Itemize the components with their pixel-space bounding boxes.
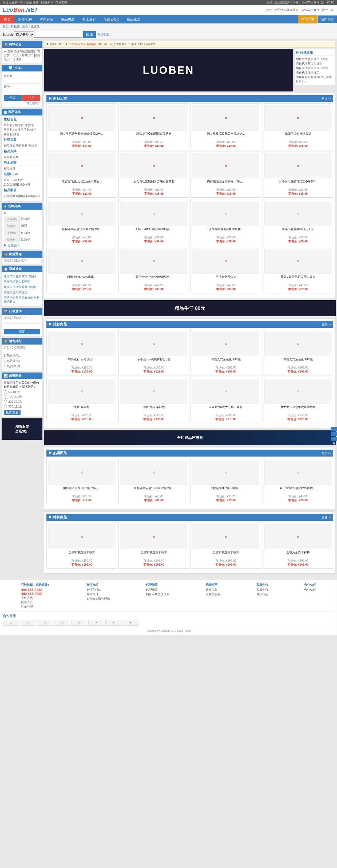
poll-radio-1[interactable] xyxy=(4,391,7,394)
jeans-banner-strip[interactable]: 精品牛仔 80元 xyxy=(44,300,336,316)
nav-bags[interactable]: 旗舰包包 xyxy=(14,16,36,24)
cat-storage[interactable]: 吸纳精品 xyxy=(28,194,40,198)
footer-agency-link[interactable]: 代理加盟 xyxy=(146,588,170,592)
order-query-input[interactable] xyxy=(4,323,40,328)
promo-notice-2[interactable]: 腾仕代理商加盟说明 xyxy=(296,61,334,66)
rec-product-2[interactable]: ✕ 美极品休闲帆帆时尚女包 市场价: ¥180.00零售价: ¥129.00 xyxy=(119,329,189,375)
order-query-link-top[interactable]: 订单查询 xyxy=(55,1,67,4)
brand-ordyen[interactable]: OrdYen 欧迪华 xyxy=(4,237,40,242)
hot-product-2[interactable]: ✕ 圆圆小碎花背心圆圈+木如镂... 市场价: ¥48.00零售价: ¥32.0… xyxy=(119,458,189,504)
promo-notice-3[interactable]: 如何申请销售通道代理商 xyxy=(296,66,334,70)
hot-products-more[interactable]: 更多>> xyxy=(322,451,331,455)
partner-5[interactable]: ✕ xyxy=(71,620,87,626)
rank-item-2[interactable]: 2商品排行2 xyxy=(4,359,40,364)
nav-home-goods[interactable]: 精品家居 xyxy=(123,16,144,24)
promo-notice-1[interactable]: 如何成为赛尔城市代理商 xyxy=(296,57,334,61)
password-input[interactable] xyxy=(4,89,40,94)
footer-service-center-link[interactable]: 客服中心 xyxy=(256,588,268,592)
nav-ego[interactable]: 名眼E-GO xyxy=(100,16,123,24)
brand-ebelle[interactable]: e-belle e-belle xyxy=(4,229,40,236)
register-link[interactable]: 注册 xyxy=(33,1,39,4)
hot-product-3[interactable]: ✕ 时尚小款HY386爆爆... 市场价: ¥38.30零售价: ¥25.50 xyxy=(190,458,261,504)
rec-product-8[interactable]: ✕ 魔女女式金色鱼虎肩两用包 市场价: ¥256.00零售价: ¥228.00 xyxy=(263,377,333,423)
cat-womens-straight[interactable]: 直筒裤 xyxy=(28,144,37,148)
rec-product-4[interactable]: ✕ 高端女式金色鱼叫肩包 市场价: ¥268.00零售价: ¥198.00 xyxy=(263,329,333,375)
special-product-4[interactable]: ✕ 全镶免金券卡裤拼 市场价: ¥399.00零售价: ¥166.00 xyxy=(263,522,333,568)
forgot-password-link[interactable]: 忘记密码？ xyxy=(4,102,40,105)
advanced-search[interactable]: 高级搜索 xyxy=(97,33,109,36)
search-input[interactable] xyxy=(34,32,82,38)
breadcrumb-home[interactable]: 首页 xyxy=(3,25,8,28)
footer-alipay-link[interactable]: 支付宝付款 xyxy=(87,588,110,592)
more-brands-link[interactable]: ▶ 更多品牌... xyxy=(4,244,22,247)
new-product-2[interactable]: ✕ 瑞蓝复花变幻圆摆家雪纺裙 市场价: ¥97.50零售价: ¥80.00 xyxy=(119,103,189,150)
cat-womens-coat[interactable]: 精美外套 xyxy=(4,144,16,148)
cat-handbag[interactable]: 手提包 xyxy=(25,123,34,127)
mall-center-link[interactable]: 购物中心 xyxy=(41,1,53,4)
footer-partners-link[interactable]: 合作伙伴 xyxy=(304,588,316,592)
side-btn-service[interactable]: 客 xyxy=(331,437,337,441)
footer-online-banking-link[interactable]: 网银支付 xyxy=(87,592,110,596)
side-btn-ancient[interactable]: 古 xyxy=(331,427,337,431)
cat-luggage[interactable]: 旅行箱 xyxy=(14,128,23,132)
new-products-more[interactable]: 更多>> xyxy=(322,97,331,101)
hot-product-1[interactable]: ✕ 胸前镶嵌画面排拼骨小背心... 市场价: ¥29.90零售价: ¥19.00 xyxy=(47,458,117,504)
notice-item-3[interactable]: 如何申请销售通道代理商 xyxy=(4,284,40,290)
new-product-4[interactable]: ✕ 蹦蹦下摆收腰碎摆裙 市场价: ¥50.00零售价: ¥26.00 xyxy=(263,103,333,150)
poll-radio-2[interactable] xyxy=(4,395,7,399)
new-product-13[interactable]: ✕ 时尚小款HY386爆爆... 市场价: ¥38.30零售价: ¥25.50 xyxy=(47,247,117,293)
footer-delivery-tool-link[interactable]: 配送工具 xyxy=(21,600,51,604)
promo-notice-5[interactable]: 腾店店销售月满3000分与腾仕给补... xyxy=(296,75,334,84)
login-link[interactable]: 登录 xyxy=(26,1,32,4)
footer-shopping-process-link[interactable]: 购物流程 xyxy=(206,588,220,592)
nav-brand-store[interactable]: 品牌专卖 xyxy=(317,15,337,24)
nav-womens[interactable]: 时尚女装 xyxy=(36,16,57,24)
special-product-2[interactable]: ✕ 全镶割散直筒卡裤算 市场价: ¥399.00零售价: ¥199.00 xyxy=(119,522,189,568)
cat-keychain[interactable]: 钥匙包/挂包 xyxy=(4,132,19,136)
breadcrumb-leather[interactable]: 皮心 xyxy=(22,25,28,28)
breadcrumb-tech[interactable]: 科技馆 xyxy=(11,25,20,28)
new-product-14[interactable]: ✕ 夏日蕾蕾结钢纱锁V领细吊... 市场价: ¥44.90零售价: ¥35.00 xyxy=(119,247,189,293)
cat-hand-wallet[interactable]: 手包/钱包 xyxy=(24,128,36,132)
rec-product-5[interactable]: ✕ 牛皮 草前包 市场价: ¥800.00零售价: ¥618.00 xyxy=(47,377,117,423)
nav-shoes[interactable]: 男士皮鞋 xyxy=(79,16,100,24)
new-product-5[interactable]: ✕ 可爱雪花浪女女款凸胸小背心... 市场价: ¥34.40零售价: ¥22.9… xyxy=(47,151,117,197)
notice-item-4[interactable]: 腾仕代理体系规定 xyxy=(4,290,40,295)
brand-goelia[interactable]: GOELIA 歌莉娅 xyxy=(4,216,40,222)
rec-product-6[interactable]: ✕ 潮款 百搭 草前包 市场价: ¥500.00零售价: ¥396.00 xyxy=(119,377,189,423)
recommend-products-more[interactable]: 更多>> xyxy=(322,322,331,327)
special-product-1[interactable]: ✕ 全镶割散直筒卡裤算 市场价: ¥399.00零售价: ¥199.00 xyxy=(47,522,117,568)
cat-crossbody[interactable]: 斜挎包 xyxy=(14,123,23,127)
new-product-16[interactable]: ✕ 显落V领蕾蕾花式雪纺揭裙 市场价: ¥46.00零售价: ¥29.00 xyxy=(263,247,333,293)
main-banner[interactable]: LUOBEN xyxy=(44,49,293,91)
announcement-link-1[interactable]: 主播精英馆拓展搜索订阅分类... xyxy=(68,42,109,45)
poll-vote-button[interactable]: 投票/查看 xyxy=(4,410,21,415)
rank-item-1[interactable]: 1商品排行1 xyxy=(4,353,40,359)
footer-agency-how-link[interactable]: 如何给加盟代理商 xyxy=(146,592,170,596)
search-button[interactable]: 搜 索 xyxy=(83,31,96,38)
full-store-banner[interactable]: 全店成品庄布折 xyxy=(44,430,336,445)
notice-item-2[interactable]: 腾仕代理商加盟说明 xyxy=(4,279,40,284)
poll-radio-3[interactable] xyxy=(4,400,7,403)
partner-7[interactable]: ✕ xyxy=(105,620,121,626)
special-product-3[interactable]: ✕ 全镶割散直筒卡裤算 市场价: ¥399.00零售价: ¥199.00 xyxy=(190,522,261,568)
rec-product-1[interactable]: ✕ 时尚流行 百搭 潮款... 市场价: ¥286.00零售价: ¥139.00 xyxy=(47,329,117,375)
brand-remove-btn[interactable]: ✕ xyxy=(4,211,6,215)
partner-4[interactable]: ✕ xyxy=(54,620,70,626)
new-product-1[interactable]: ✕ 淑女皇冠蕾丝长裙蝴蝶领雪纺连... 市场价: ¥58.00零售价: ¥29.… xyxy=(47,103,117,150)
new-product-15[interactable]: ✕ 百搭淑女雪纺裙 市场价: ¥45.00零售价: ¥35.00 xyxy=(190,247,261,293)
brand-maoren[interactable]: Maoren 茂润 xyxy=(4,223,40,228)
new-product-11[interactable]: ✕ 珍珠蕾丝波边背板雪量裙... 市场价: ¥37.50零售价: ¥25.00 xyxy=(190,199,261,245)
side-btn-fashion[interactable]: 钱 xyxy=(331,432,337,436)
nav-home[interactable]: 首页 xyxy=(0,16,14,24)
rec-product-3[interactable]: ✕ 高端女式金色鱼叫肩包 市场价: ¥265.00零售价: ¥198.00 xyxy=(190,329,261,375)
poll-radio-4[interactable] xyxy=(4,405,7,408)
username-input[interactable] xyxy=(4,79,40,84)
cat-womens-pants[interactable]: 男裤裤裤 xyxy=(16,144,28,148)
partner-6[interactable]: ✕ xyxy=(88,620,104,626)
cat-ego-shoes[interactable]: E-GO旗眼E-GO皮鞋 xyxy=(4,183,30,187)
new-product-10[interactable]: ✕ ENGLAING休闲蕾丝板衫... 市场价: ¥39.00零售价: ¥39.… xyxy=(119,199,189,245)
partner-2[interactable]: ✕ xyxy=(20,620,36,626)
new-product-8[interactable]: ✕ 百搭手工量描花式套小吊带/... 市场价: ¥23.90零售价: ¥15.9… xyxy=(263,151,333,197)
cat-single-shoulder[interactable]: 单肩包 xyxy=(4,123,12,127)
